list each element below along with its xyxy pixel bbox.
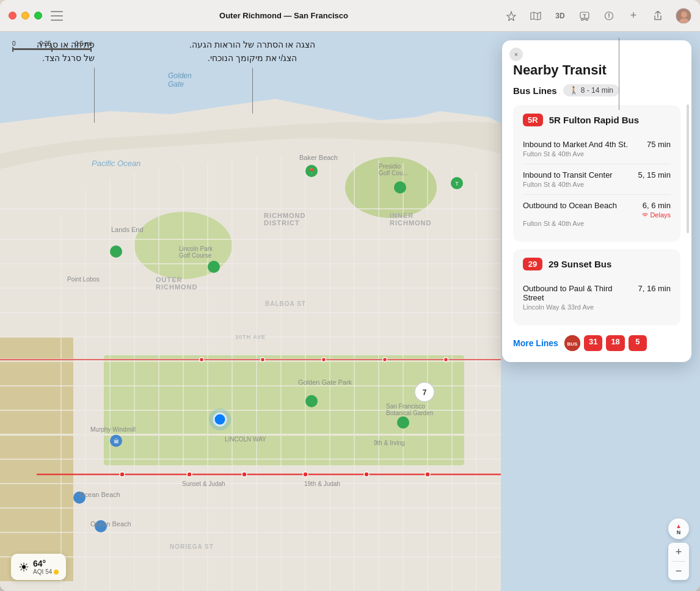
compass-north: ▲ (676, 523, 682, 529)
svg-point-9 (681, 12, 687, 18)
line-5-badge[interactable]: 5 (629, 335, 647, 351)
maximize-button[interactable] (34, 12, 42, 20)
svg-point-74 (209, 408, 231, 430)
bus-lines-label: Bus Lines (513, 85, 557, 96)
transit-panel: × Nearby Transit Bus Lines 🚶 8 - 14 min … (502, 40, 691, 362)
svg-point-56 (242, 472, 247, 477)
zoom-in-button[interactable]: + (668, 543, 689, 561)
route-stop-2: Inbound to Transit Center 5, 15 min Fult… (523, 164, 671, 195)
svg-text:7: 7 (423, 388, 427, 397)
route-stop-3: Outbound to Ocean Beach 6, 6 min Delays (523, 195, 671, 233)
map-type-icon[interactable] (529, 9, 542, 23)
stop-2-name: Inbound to Transit Center (523, 170, 638, 179)
svg-point-7 (608, 17, 610, 18)
route-5r-header: 5R 5R Fulton Rapid Bus (523, 114, 671, 126)
zoom-controls: + − (668, 543, 689, 580)
svg-point-81 (305, 395, 318, 407)
route-card-5r[interactable]: 5R 5R Fulton Rapid Bus Inbound to Market… (513, 105, 680, 242)
sidebar-toggle-button[interactable] (51, 11, 63, 21)
route-stop-1-main: Inbound to Market And 4th St. 75 min (523, 140, 671, 149)
temperature: 64° (33, 559, 59, 568)
svg-point-68 (394, 181, 406, 194)
aqi-label: AQI (33, 568, 43, 575)
minimize-button[interactable] (21, 12, 29, 20)
stop-3-name: Outbound to Ocean Beach (523, 201, 642, 210)
stop-29-1-name: Outbound to Paul & Third Street (523, 284, 638, 302)
stop-3-time-value: 6, 6 min (643, 201, 671, 210)
svg-point-82 (397, 416, 409, 429)
route-5r-badge: 5R (523, 114, 543, 126)
aqi-value: 54 (45, 568, 52, 575)
route-29-name: 29 Sunset Bus (549, 259, 611, 269)
weather-widget: ☀ 64° AQI 54 (11, 554, 66, 580)
map-controls: ▲ N + − (668, 518, 689, 580)
line-18-badge[interactable]: 18 (606, 335, 624, 351)
threed-button[interactable]: 3D (553, 9, 567, 23)
svg-point-59 (425, 472, 430, 477)
route-29-badge: 29 (523, 258, 542, 270)
route-29-stop-1: Outbound to Paul & Third Street 7, 16 mi… (523, 278, 671, 317)
transit-icon[interactable] (578, 9, 591, 23)
svg-point-80 (95, 520, 107, 532)
svg-point-65 (444, 358, 448, 362)
walk-icon: 🚶 (569, 86, 578, 95)
svg-point-62 (261, 358, 265, 362)
wifi-icon (642, 212, 648, 218)
svg-point-1 (582, 18, 583, 20)
route-5r-name: 5R Fulton Rapid Bus (549, 115, 640, 125)
scale-labels: 0 0.25 0.5 mi (12, 40, 92, 47)
stop-2-street: Fulton St & 40th Ave (523, 181, 671, 188)
svg-point-2 (586, 18, 588, 20)
svg-point-57 (303, 472, 308, 477)
delay-label: Delays (650, 211, 671, 219)
walk-time: 8 - 14 min (581, 86, 613, 95)
location-icon[interactable] (505, 9, 518, 23)
zoom-out-button[interactable]: − (668, 562, 689, 580)
aqi: AQI 54 (33, 568, 59, 575)
stop-3-street: Fulton St & 40th Ave (523, 220, 671, 227)
more-lines-icon: BUS (564, 335, 580, 351)
weather-info: 64° AQI 54 (33, 559, 59, 575)
stop-1-street: Fulton St & 40th Ave (523, 150, 671, 158)
share-icon[interactable] (651, 9, 665, 23)
map-container[interactable]: Pacific Ocean 📍 T (0, 32, 700, 591)
window-title: Outer Richmond — San Francisco (63, 11, 505, 20)
stop-1-time: 75 min (647, 140, 671, 149)
svg-point-72 (208, 261, 220, 273)
close-button[interactable] (9, 12, 16, 20)
bus-lines-header: Bus Lines 🚶 8 - 14 min (513, 84, 680, 96)
svg-text:📍: 📍 (308, 167, 316, 175)
svg-text:🏛: 🏛 (114, 438, 119, 444)
scale-half: 0.5 mi (75, 40, 92, 47)
user-avatar[interactable] (676, 8, 691, 24)
weather-icon: ☀ (18, 560, 29, 575)
titlebar-actions: 3D + (505, 8, 691, 24)
titlebar: Outer Richmond — San Francisco 3D (0, 0, 700, 32)
rate-icon[interactable] (602, 9, 616, 23)
route-stop-2-main: Inbound to Transit Center 5, 15 min (523, 170, 671, 179)
route-card-29[interactable]: 29 29 Sunset Bus Outbound to Paul & Thir… (513, 249, 680, 325)
stop-29-1-street: Lincoln Way & 33rd Ave (523, 303, 671, 311)
svg-point-54 (120, 472, 125, 477)
panel-close-button[interactable]: × (509, 48, 523, 61)
line-31-badge[interactable]: 31 (584, 335, 602, 351)
add-icon[interactable]: + (627, 9, 640, 23)
stop-3-time: 6, 6 min Delays (642, 201, 671, 219)
scale-bar: 0 0.25 0.5 mi (12, 40, 92, 50)
scale-zero: 0 (12, 40, 16, 47)
more-lines-label[interactable]: More Lines (513, 338, 558, 348)
svg-point-58 (364, 472, 369, 477)
svg-text:T: T (455, 181, 459, 187)
stop-2-time: 5, 15 min (638, 170, 671, 179)
svg-point-55 (187, 472, 192, 477)
scale-bar-line (12, 48, 92, 50)
svg-text:Pacific Ocean: Pacific Ocean (92, 159, 140, 168)
svg-point-61 (200, 358, 204, 362)
svg-point-63 (322, 358, 326, 362)
panel-title: Nearby Transit (513, 62, 680, 78)
route-stop-1: Inbound to Market And 4th St. 75 min Ful… (523, 134, 671, 164)
compass-label: N (677, 529, 681, 535)
delay-badge: Delays (642, 211, 671, 219)
compass[interactable]: ▲ N (668, 518, 689, 539)
svg-text:BUS: BUS (567, 341, 578, 347)
